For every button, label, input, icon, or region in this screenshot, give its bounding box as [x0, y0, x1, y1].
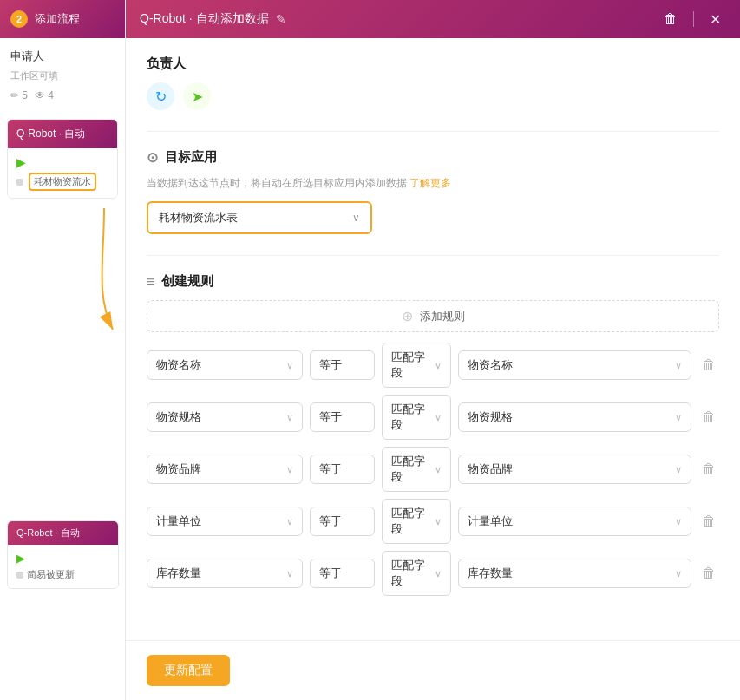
rule-target-select-0[interactable]: 物资名称 ∨: [458, 350, 691, 380]
add-rule-button[interactable]: ⊕ 添加规则: [147, 300, 719, 332]
rule-target-select-4[interactable]: 库存数量 ∨: [458, 559, 691, 588]
rule-target-select-1[interactable]: 物资规格 ∨: [458, 402, 691, 432]
close-button[interactable]: ✕: [704, 10, 726, 29]
sidebar: 2 添加流程 申请人 工作区可填 ✏ 5 👁 4 Q-Robot · 自动 ▶ …: [0, 0, 126, 700]
rule-field-value-2: 物资品牌: [156, 461, 201, 477]
rule-field-select-4[interactable]: 库存数量 ∨: [147, 559, 303, 588]
rule-field-select-2[interactable]: 物资品牌 ∨: [147, 455, 303, 484]
target-app-select-value: 耗材物资流水表: [159, 210, 238, 226]
sidebar-applicant-section: 申请人 工作区可填 ✏ 5 👁 4: [0, 38, 125, 112]
rule-delete-button-2[interactable]: 🗑: [698, 458, 719, 481]
update-config-button[interactable]: 更新配置: [147, 655, 230, 686]
target-app-section: ⊙ 目标应用 当数据到达这节点时，将自动在所选目标应用内添加数据 了解更多 耗材…: [147, 149, 719, 234]
rule-delete-button-4[interactable]: 🗑: [698, 562, 719, 585]
edit-stat: ✏ 5: [10, 89, 28, 101]
send-icon: ➤: [192, 88, 203, 105]
refresh-icon-btn[interactable]: ↻: [147, 82, 174, 110]
target-app-title: ⊙ 目标应用: [147, 149, 719, 166]
modal-title: Q-Robot · 自动添加数据 ✎: [140, 11, 286, 27]
rule-op-select-1[interactable]: 等于: [310, 402, 375, 432]
rule-op-value-4: 等于: [319, 566, 342, 581]
step-badge: 2: [10, 10, 28, 28]
rule-delete-button-1[interactable]: 🗑: [698, 406, 719, 429]
sidebar-card-highlight: 耗材物资流水: [29, 173, 96, 191]
sidebar-card-2[interactable]: Q-Robot · 自动 ▶ 简易被更新: [7, 520, 119, 589]
rules-container: 物资名称 ∨ 等于 匹配字段 ∨ 物资名称 ∨ 🗑 物资规格 ∨ 等于: [147, 343, 719, 596]
create-rules-section: ≡ 创建规则 ⊕ 添加规则 物资名称 ∨ 等于 匹配字段 ∨ 物资名称: [147, 273, 719, 596]
rule-type-arrow-1: ∨: [435, 412, 442, 423]
rule-row: 物资名称 ∨ 等于 匹配字段 ∨ 物资名称 ∨ 🗑: [147, 343, 719, 388]
rule-type-value-2: 匹配字段: [391, 454, 435, 485]
sidebar-card-2-body: ▶ 简易被更新: [8, 545, 118, 588]
select-chevron-icon: ∨: [352, 212, 360, 224]
rule-field-value-4: 库存数量: [156, 566, 201, 581]
modal-header-actions: 🗑 ✕: [658, 10, 726, 29]
rule-field-arrow-3: ∨: [286, 516, 293, 527]
sidebar-card-1-item: 耗材物资流水: [16, 173, 108, 191]
learn-more-link[interactable]: 了解更多: [409, 177, 451, 189]
target-app-select[interactable]: 耗材物资流水表 ∨: [147, 201, 372, 234]
modal-title-text: Q-Robot · 自动添加数据: [140, 11, 269, 27]
rule-target-value-1: 物资规格: [468, 409, 513, 425]
rule-field-select-1[interactable]: 物资规格 ∨: [147, 402, 303, 432]
create-rules-title: ≡ 创建规则: [147, 273, 719, 290]
rule-op-select-0[interactable]: 等于: [310, 350, 375, 380]
rule-target-arrow-2: ∨: [675, 464, 682, 475]
rule-field-select-0[interactable]: 物资名称 ∨: [147, 350, 303, 380]
rule-row: 计量单位 ∨ 等于 匹配字段 ∨ 计量单位 ∨ 🗑: [147, 499, 719, 544]
dot-icon-2: [16, 572, 23, 579]
rule-type-select-3[interactable]: 匹配字段 ∨: [382, 499, 451, 544]
divider-2: [147, 255, 719, 256]
rule-type-value-0: 匹配字段: [391, 350, 435, 381]
rule-target-arrow-0: ∨: [675, 360, 682, 371]
rule-type-value-4: 匹配字段: [391, 558, 435, 589]
sidebar-card-1-body: ▶ 耗材物资流水: [8, 148, 117, 198]
view-stat: 👁 4: [35, 89, 54, 101]
rule-op-select-4[interactable]: 等于: [310, 559, 375, 588]
rule-op-select-3[interactable]: 等于: [310, 507, 375, 536]
rule-type-select-2[interactable]: 匹配字段 ∨: [382, 447, 451, 492]
rule-field-select-3[interactable]: 计量单位 ∨: [147, 507, 303, 536]
rule-op-value-0: 等于: [319, 357, 342, 373]
rule-row: 物资规格 ∨ 等于 匹配字段 ∨ 物资规格 ∨ 🗑: [147, 395, 719, 440]
target-app-desc-text: 当数据到达这节点时，将自动在所选目标应用内添加数据: [147, 177, 407, 189]
responsible-icons: ↻ ➤: [147, 82, 719, 110]
sidebar-card-2-item-label: 简易被更新: [27, 568, 75, 581]
sidebar-card-2-icon: ▶: [16, 552, 109, 565]
rule-type-arrow-4: ∨: [435, 568, 442, 579]
rule-type-arrow-3: ∨: [435, 516, 442, 527]
rule-type-arrow-0: ∨: [435, 360, 442, 371]
delete-button[interactable]: 🗑: [658, 10, 683, 29]
target-app-title-text: 目标应用: [165, 149, 217, 166]
modal-header: Q-Robot · 自动添加数据 ✎ 🗑 ✕: [126, 0, 740, 38]
work-area-label: 工作区可填: [10, 69, 115, 82]
rule-type-value-3: 匹配字段: [391, 506, 435, 537]
create-rules-title-text: 创建规则: [161, 273, 213, 290]
rule-op-value-1: 等于: [319, 409, 342, 425]
rule-type-select-4[interactable]: 匹配字段 ∨: [382, 551, 451, 596]
rule-target-arrow-4: ∨: [675, 568, 682, 579]
rule-type-select-0[interactable]: 匹配字段 ∨: [382, 343, 451, 388]
rule-row: 物资品牌 ∨ 等于 匹配字段 ∨ 物资品牌 ∨ 🗑: [147, 447, 719, 492]
rule-field-value-1: 物资规格: [156, 409, 201, 425]
sidebar-card-1-icon: ▶: [16, 155, 108, 169]
rule-op-select-2[interactable]: 等于: [310, 455, 375, 484]
rule-type-select-1[interactable]: 匹配字段 ∨: [382, 395, 451, 440]
rule-field-arrow-4: ∨: [286, 568, 293, 579]
rule-target-select-3[interactable]: 计量单位 ∨: [458, 507, 691, 536]
sidebar-card-2-item: 简易被更新: [16, 568, 109, 581]
rule-target-select-2[interactable]: 物资品牌 ∨: [458, 455, 691, 484]
rule-delete-button-0[interactable]: 🗑: [698, 354, 719, 376]
sidebar-card-1[interactable]: Q-Robot · 自动 ▶ 耗材物资流水: [7, 119, 118, 199]
send-icon-btn[interactable]: ➤: [183, 82, 211, 110]
edit-title-icon[interactable]: ✎: [276, 12, 286, 26]
sidebar-card-1-header: Q-Robot · 自动: [8, 120, 117, 148]
rule-field-arrow-1: ∨: [286, 412, 293, 423]
refresh-icon: ↻: [155, 88, 167, 105]
target-app-desc: 当数据到达这节点时，将自动在所选目标应用内添加数据 了解更多: [147, 176, 719, 191]
target-app-icon: ⊙: [147, 149, 158, 166]
rule-type-arrow-2: ∨: [435, 464, 442, 475]
sidebar-card-2-header: Q-Robot · 自动: [8, 521, 118, 545]
rule-delete-button-3[interactable]: 🗑: [698, 510, 719, 533]
rule-field-arrow-0: ∨: [286, 360, 293, 371]
